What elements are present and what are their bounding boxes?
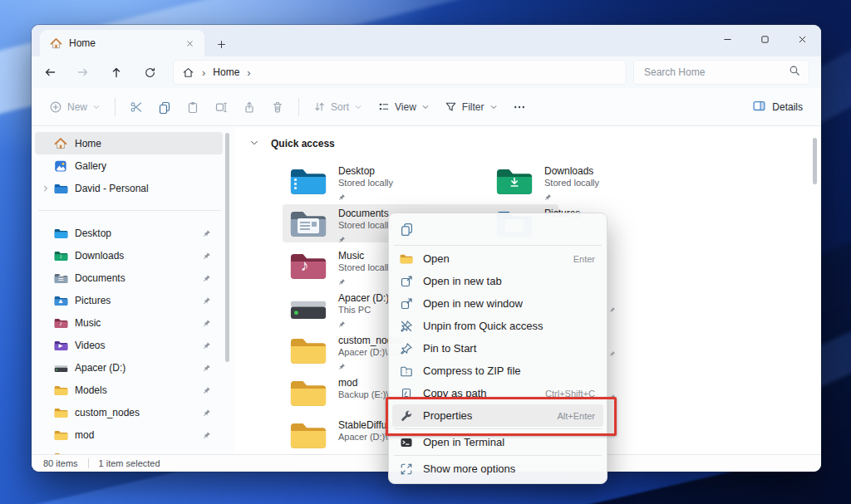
new-tab-button[interactable] <box>211 35 231 53</box>
sidebar-item-home[interactable]: Home <box>35 132 223 154</box>
new-button[interactable]: New <box>42 94 108 120</box>
refresh-icon <box>144 66 156 79</box>
folder-music-icon: ♪ <box>53 316 68 329</box>
sidebar-item-onedrive[interactable]: David - Personal <box>35 177 223 199</box>
menu-item-show-more-options[interactable]: Show more options <box>392 458 603 480</box>
minimize-button[interactable] <box>709 25 746 53</box>
pin-icon <box>201 364 213 372</box>
pin-icon <box>201 274 213 282</box>
filter-icon <box>445 100 457 113</box>
copy-icon[interactable] <box>400 222 414 239</box>
details-button[interactable]: Details <box>744 94 811 120</box>
sidebar-item-custom-nodes[interactable]: custom_nodes <box>35 401 223 423</box>
maximize-button[interactable] <box>746 25 784 53</box>
menu-item-open[interactable]: Open Enter <box>392 247 603 270</box>
maximize-icon <box>760 34 770 45</box>
search-input[interactable] <box>642 66 789 79</box>
details-panel-icon <box>752 99 766 115</box>
up-button[interactable] <box>101 60 131 85</box>
view-icon <box>377 100 390 113</box>
sidebar-item-models[interactable]: Models <box>35 379 223 401</box>
sidebar-scrollbar[interactable] <box>225 133 229 362</box>
tile-downloads[interactable]: Downloads Stored locally <box>489 162 738 200</box>
search-box[interactable] <box>633 60 809 85</box>
breadcrumb-separator: › <box>202 66 205 79</box>
refresh-button[interactable] <box>135 60 165 85</box>
chevron-down-icon[interactable] <box>249 136 259 151</box>
sidebar-item-videos[interactable]: ► Videos <box>35 334 223 356</box>
menu-item-open-new-window[interactable]: Open in new window <box>392 292 603 315</box>
home-icon <box>50 37 62 50</box>
chevron-down-icon <box>489 103 498 111</box>
folder-pictures-icon: ▲ <box>53 294 68 306</box>
breadcrumb[interactable]: › Home › <box>173 60 627 85</box>
open-new-tab-icon <box>400 275 413 288</box>
share-icon <box>243 100 256 114</box>
tile-subtitle: Stored locally <box>544 177 599 188</box>
menu-item-open-new-tab[interactable]: Open in new tab <box>392 270 603 292</box>
rename-icon <box>214 100 228 114</box>
pin-icon <box>338 189 393 204</box>
chevron-right-icon[interactable] <box>38 184 53 193</box>
menu-item-pin-to-start[interactable]: Pin to Start <box>392 337 603 360</box>
breadcrumb-home[interactable]: Home <box>213 66 239 78</box>
sidebar-item-music[interactable]: ♪ Music <box>35 311 223 334</box>
folder-icon <box>53 384 68 396</box>
sidebar-item-mod[interactable]: mod <box>35 423 223 446</box>
pin-icon <box>201 319 213 327</box>
pin-icon <box>609 345 616 360</box>
copy-button[interactable] <box>150 94 179 120</box>
chevron-down-icon <box>354 103 362 111</box>
paste-button[interactable] <box>179 94 207 120</box>
tile-name: Apacer (D:) <box>338 292 389 304</box>
quick-access-header[interactable]: Quick access <box>249 136 335 151</box>
share-button[interactable] <box>235 94 263 120</box>
more-icon <box>513 100 526 114</box>
onedrive-folder-icon <box>53 182 68 194</box>
breadcrumb-separator[interactable]: › <box>247 66 250 79</box>
forward-button[interactable] <box>68 60 98 85</box>
tab-strip[interactable]: Home <box>32 25 821 56</box>
rename-button[interactable] <box>207 94 235 120</box>
sidebar-item-pictures[interactable]: ▲ Pictures <box>35 289 223 311</box>
folder-documents-icon <box>289 208 327 239</box>
view-button[interactable]: View <box>370 94 437 120</box>
folder-icon <box>289 377 327 409</box>
gallery-icon <box>53 159 68 172</box>
drive-icon <box>289 292 327 324</box>
items-count: 80 items <box>43 458 78 468</box>
cut-button[interactable] <box>122 94 150 120</box>
sort-label: Sort <box>331 101 349 113</box>
filter-button[interactable]: Filter <box>437 94 505 120</box>
tab-close-icon[interactable] <box>181 35 198 51</box>
menu-item-compress-zip[interactable]: Compress to ZIP file <box>392 360 603 382</box>
pin-icon <box>338 232 393 247</box>
more-options-button[interactable] <box>505 94 534 120</box>
sidebar-item-apacer-drive[interactable]: Apacer (D:) <box>35 356 223 379</box>
folder-documents-icon: ☰ <box>53 272 68 284</box>
folder-icon <box>53 406 68 418</box>
menu-item-unpin-quick-access[interactable]: Unpin from Quick access <box>392 315 603 337</box>
sidebar-item-desktop[interactable]: Desktop <box>35 222 223 244</box>
folder-icon <box>289 419 327 451</box>
pin-icon <box>338 316 389 331</box>
back-button[interactable] <box>35 60 65 85</box>
tile-name: Desktop <box>338 165 393 177</box>
chevron-down-icon <box>92 103 101 111</box>
up-icon <box>110 66 123 79</box>
pin-outline-icon <box>400 342 413 355</box>
tile-name: Downloads <box>544 165 599 177</box>
close-button[interactable] <box>784 25 821 53</box>
sidebar-item-documents[interactable]: ☰ Documents <box>35 267 223 289</box>
content-scrollbar[interactable] <box>813 138 817 184</box>
sort-button[interactable]: Sort <box>306 94 370 120</box>
delete-button[interactable] <box>263 94 292 120</box>
sidebar-item-downloads[interactable]: ↓ Downloads <box>35 244 223 267</box>
drive-icon <box>53 361 68 374</box>
tile-subtitle: Stored locally <box>338 177 393 188</box>
navigation-pane: Home Gallery David - Personal Desktop <box>32 126 234 455</box>
sidebar-item-gallery[interactable]: Gallery <box>35 154 223 177</box>
folder-icon <box>289 335 327 366</box>
search-icon[interactable] <box>789 65 800 80</box>
tab-home[interactable]: Home <box>40 30 204 56</box>
